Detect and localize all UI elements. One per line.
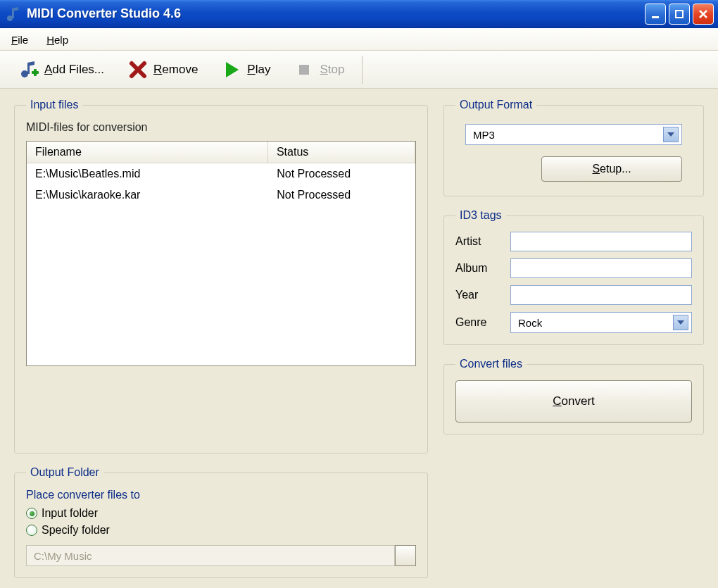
table-row[interactable]: E:\Music\karaoke.kar Not Processed bbox=[27, 184, 415, 206]
play-icon bbox=[222, 60, 241, 80]
output-format-value: MP3 bbox=[473, 129, 663, 141]
cell-status: Not Processed bbox=[268, 187, 415, 203]
minimize-button[interactable] bbox=[645, 4, 666, 25]
svg-rect-7 bbox=[34, 69, 37, 76]
output-format-group: Output Format MP3 Setup... Setup... bbox=[443, 99, 704, 196]
convert-files-legend: Convert files bbox=[455, 358, 527, 370]
cell-status: Not Processed bbox=[268, 166, 415, 182]
toolbar-separator bbox=[362, 56, 363, 84]
output-folder-subtitle: Place converter files to bbox=[26, 489, 416, 501]
col-header-filename[interactable]: Filename bbox=[27, 142, 268, 163]
artist-label: Artist bbox=[455, 235, 502, 248]
table-row[interactable]: E:\Music\Beatles.mid Not Processed bbox=[27, 163, 415, 184]
output-format-legend: Output Format bbox=[455, 99, 536, 111]
stop-icon bbox=[294, 60, 314, 80]
col-header-status[interactable]: Status bbox=[268, 142, 415, 163]
input-files-legend: Input files bbox=[26, 99, 82, 111]
input-files-group: Input files MIDI-files for conversion Fi… bbox=[14, 99, 428, 453]
remove-label: Remove bbox=[153, 63, 198, 77]
file-table: Filename Status E:\Music\Beatles.mid Not… bbox=[26, 141, 416, 366]
cell-filename: E:\Music\karaoke.kar bbox=[27, 187, 268, 203]
remove-button[interactable]: Remove Remove bbox=[118, 55, 208, 85]
right-column: Output Format MP3 Setup... Setup... ID3 … bbox=[443, 99, 704, 578]
output-format-select[interactable]: MP3 bbox=[465, 124, 682, 145]
svg-rect-2 bbox=[652, 16, 659, 18]
convert-button[interactable]: Convert Convert bbox=[455, 380, 692, 423]
add-files-label: Add Files... bbox=[44, 63, 104, 77]
genre-value: Rock bbox=[518, 317, 673, 329]
output-path-input bbox=[26, 545, 395, 566]
year-label: Year bbox=[455, 289, 502, 301]
id3-tags-legend: ID3 tags bbox=[455, 209, 506, 222]
window-buttons bbox=[645, 4, 714, 25]
close-button[interactable] bbox=[693, 4, 714, 25]
stop-button: Stop Stop bbox=[284, 55, 355, 85]
play-label: Play bbox=[247, 63, 270, 77]
setup-button[interactable]: Setup... Setup... bbox=[541, 156, 682, 182]
svg-rect-3 bbox=[676, 11, 683, 18]
svg-point-0 bbox=[7, 15, 13, 21]
chevron-down-icon bbox=[663, 127, 679, 142]
play-button[interactable]: Play Play bbox=[211, 55, 281, 85]
chevron-down-icon bbox=[673, 315, 688, 330]
content-area: Input files MIDI-files for conversion Fi… bbox=[0, 89, 718, 588]
artist-field[interactable] bbox=[510, 232, 692, 251]
album-field[interactable] bbox=[510, 258, 692, 278]
file-table-body[interactable]: E:\Music\Beatles.mid Not Processed E:\Mu… bbox=[27, 163, 415, 365]
stop-label: Stop bbox=[320, 63, 344, 77]
music-plus-icon bbox=[19, 60, 39, 80]
left-column: Input files MIDI-files for conversion Fi… bbox=[14, 99, 428, 578]
radio-icon bbox=[26, 525, 37, 536]
genre-select[interactable]: Rock bbox=[510, 312, 692, 333]
browse-button[interactable] bbox=[395, 545, 416, 566]
cell-filename: E:\Music\Beatles.mid bbox=[27, 166, 268, 182]
file-table-header: Filename Status bbox=[27, 142, 415, 163]
id3-tags-group: ID3 tags Artist Album Year Genre Rock bbox=[443, 209, 704, 345]
radio-input-folder-label: Input folder bbox=[42, 507, 98, 520]
add-files-button[interactable]: Add Files... Add Files... bbox=[8, 55, 115, 85]
radio-specify-folder[interactable]: Specify folder bbox=[26, 524, 416, 537]
genre-label: Genre bbox=[455, 316, 502, 329]
menu-help[interactable]: HelpHelp bbox=[42, 32, 73, 47]
convert-files-group: Convert files Convert Convert bbox=[443, 358, 704, 434]
svg-point-4 bbox=[21, 70, 28, 77]
x-icon bbox=[128, 60, 148, 80]
svg-rect-8 bbox=[299, 65, 309, 75]
radio-icon bbox=[26, 508, 37, 519]
radio-specify-folder-label: Specify folder bbox=[42, 524, 110, 537]
album-label: Album bbox=[455, 262, 502, 275]
year-field[interactable] bbox=[510, 285, 692, 305]
window-title: MIDI Converter Studio 4.6 bbox=[27, 6, 645, 21]
maximize-button[interactable] bbox=[669, 4, 690, 25]
title-bar: MIDI Converter Studio 4.6 bbox=[0, 0, 718, 28]
input-files-subtitle: MIDI-files for conversion bbox=[26, 121, 416, 134]
radio-input-folder[interactable]: Input folder bbox=[26, 507, 416, 520]
output-folder-legend: Output Folder bbox=[26, 466, 103, 479]
app-icon bbox=[4, 6, 21, 23]
toolbar: Add Files... Add Files... Remove Remove … bbox=[0, 51, 718, 89]
output-folder-group: Output Folder Place converter files to I… bbox=[14, 466, 428, 578]
menu-bar: FFileile HelpHelp bbox=[0, 28, 718, 51]
menu-file[interactable]: FFileile bbox=[7, 32, 32, 47]
